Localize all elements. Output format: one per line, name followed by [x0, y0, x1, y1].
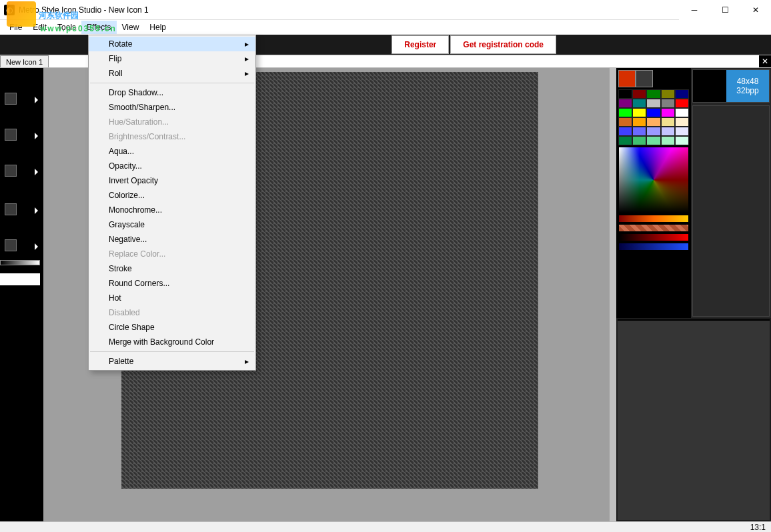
color-picker[interactable] [618, 147, 689, 213]
tab-new-icon-1[interactable]: New Icon 1 [0, 55, 49, 67]
effects-flip[interactable]: Flip▸ [89, 51, 255, 66]
menu-help[interactable]: Help [144, 21, 171, 34]
window-buttons: ─ ☐ ✕ [679, 0, 771, 20]
rail-tool-4[interactable] [4, 203, 39, 215]
rail-slider[interactable] [0, 260, 40, 265]
rail-checker[interactable] [0, 273, 40, 285]
effects-grayscale[interactable]: Grayscale [89, 217, 255, 232]
close-button[interactable]: ✕ [740, 0, 771, 20]
effects-monochrome[interactable]: Monochrome... [89, 203, 255, 217]
menu-edit[interactable]: Edit [27, 21, 52, 34]
effects-circle-shape[interactable]: Circle Shape [89, 320, 255, 335]
tab-close-icon[interactable]: ✕ [759, 55, 771, 67]
rail-tool-3[interactable] [4, 164, 39, 176]
bg-color-swatch[interactable] [636, 70, 653, 87]
app-icon [4, 5, 15, 15]
effects-opacity[interactable]: Opacity... [89, 159, 255, 173]
effects-aqua[interactable]: Aqua... [89, 144, 255, 159]
effects-hue-saturation: Hue/Saturation... [89, 115, 255, 129]
menubar: File Edit Tools Effects View Help [0, 20, 771, 35]
menu-tools[interactable]: Tools [52, 21, 81, 34]
effects-disabled: Disabled [89, 305, 255, 320]
submenu-arrow-icon: ▸ [245, 357, 249, 366]
left-tool-rail [0, 68, 43, 521]
effects-drop-shadow[interactable]: Drop Shadow... [89, 85, 255, 100]
submenu-arrow-icon: ▸ [245, 69, 249, 78]
gradient-alpha[interactable] [618, 233, 689, 241]
canvas-scrollbar[interactable] [610, 68, 616, 521]
menu-effects[interactable]: Effects [81, 21, 116, 34]
palette-column [616, 68, 691, 318]
effects-negative[interactable]: Negative... [89, 232, 255, 247]
gradient-hue[interactable] [618, 215, 689, 223]
effects-merge-bg[interactable]: Merge with Background Color [89, 335, 255, 349]
gradient-brick[interactable] [618, 224, 689, 232]
effects-palette[interactable]: Palette▸ [89, 354, 255, 369]
submenu-arrow-icon: ▸ [245, 39, 249, 49]
window-title: Metro Style Icon Studio - New Icon 1 [19, 5, 149, 15]
submenu-arrow-icon: ▸ [245, 54, 249, 63]
effects-rotate[interactable]: Rotate▸ [89, 37, 255, 51]
minimize-button[interactable]: ─ [679, 0, 710, 20]
effects-colorize[interactable]: Colorize... [89, 188, 255, 203]
maximize-button[interactable]: ☐ [710, 0, 740, 20]
statusbar: 13:1 [0, 521, 771, 532]
menu-file[interactable]: File [4, 21, 27, 34]
effects-smooth-sharpen[interactable]: Smooth/Sharpen... [89, 100, 255, 115]
effects-dropdown: Rotate▸ Flip▸ Roll▸ Drop Shadow... Smoot… [88, 35, 256, 371]
effects-invert-opacity[interactable]: Invert Opacity [89, 173, 255, 188]
effects-round-corners[interactable]: Round Corners... [89, 276, 255, 291]
format-preview-icon [693, 70, 726, 102]
effects-replace-color: Replace Color... [89, 247, 255, 261]
right-panel: 48x48 32bpp [616, 68, 771, 521]
effects-stroke[interactable]: Stroke [89, 261, 255, 276]
menu-view[interactable]: View [117, 21, 145, 34]
rail-tool-5[interactable] [4, 239, 39, 251]
effects-brightness-contrast: Brightness/Contrast... [89, 129, 255, 144]
format-box[interactable]: 48x48 32bpp [692, 69, 770, 103]
rail-tool-1[interactable] [4, 92, 39, 104]
icon-preview-area [618, 319, 770, 520]
titlebar: Metro Style Icon Studio - New Icon 1 ─ ☐… [0, 0, 771, 20]
format-list[interactable] [692, 105, 770, 317]
rail-tool-2[interactable] [4, 128, 39, 140]
fg-color-swatch[interactable] [618, 70, 636, 87]
format-bpp: 32bpp [736, 86, 758, 95]
preview-column: 48x48 32bpp [691, 68, 771, 318]
zoom-level: 13:1 [750, 523, 766, 532]
get-registration-code-button[interactable]: Get registration code [450, 35, 556, 54]
effects-roll[interactable]: Roll▸ [89, 66, 255, 81]
gradient-blue[interactable] [618, 243, 689, 251]
effects-hot[interactable]: Hot [89, 291, 255, 305]
register-button[interactable]: Register [392, 35, 449, 54]
format-size: 48x48 [737, 77, 759, 86]
palette-grid[interactable] [618, 89, 689, 145]
format-info: 48x48 32bpp [726, 70, 769, 102]
